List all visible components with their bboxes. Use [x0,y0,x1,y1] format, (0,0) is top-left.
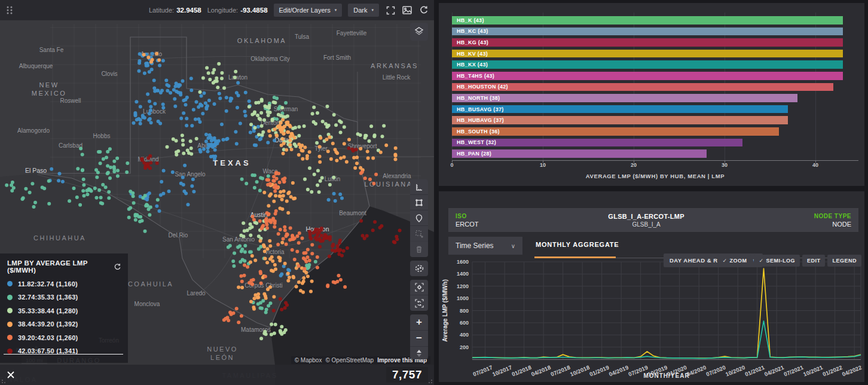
draw-polygon-button[interactable] [410,195,428,210]
map-dot [253,259,257,262]
map-dot [284,115,288,119]
map-dot [273,332,276,335]
map-dot [373,220,377,224]
map-dot [273,139,276,142]
time-series-chart[interactable]: 200400600800100012001400160007/201710/20… [439,191,864,382]
map-panel[interactable]: Santa FeAlbuquerqueNEW MEXICOOKLAHOMATul… [0,0,434,385]
hub-bar[interactable]: HB_KG (43) [452,38,843,47]
refresh-button[interactable] [418,5,429,16]
map-dot [252,129,256,133]
fullscreen-button[interactable] [385,5,396,16]
map-dot [292,197,295,200]
map-dot [319,136,322,140]
latitude-value: 32.9458 [176,7,201,14]
map-dot [284,328,288,332]
ts-x-tick-label: 10/2017 [491,364,513,378]
map-dot [47,202,51,206]
map-dot [334,123,338,127]
hub-bar[interactable]: HB_KV (43) [452,50,843,58]
map-dot [262,243,265,247]
legend-button[interactable]: LEGEND [827,255,861,267]
map-dot [263,250,267,253]
map-dot [134,218,137,222]
map-dot [171,170,175,174]
map-dot [353,166,357,170]
map-dot [11,181,14,184]
mapbox-attribution-link[interactable]: © Mapbox [295,357,322,363]
map-dot [185,117,188,120]
map-dot [138,220,142,224]
hub-bar[interactable]: HB_K (43) [452,16,843,25]
hub-bar[interactable]: HB_WEST (32) [452,139,742,147]
map-dot [280,198,284,201]
tilt-button[interactable] [410,347,428,359]
map-dot [182,190,186,193]
map-dot [268,134,272,138]
edit-button[interactable]: EDIT [802,255,826,267]
map-dot [148,191,151,195]
map-dot [184,103,188,106]
lasso-select-button[interactable] [410,261,428,276]
hub-bar[interactable]: HB_T4HS (43) [452,72,843,80]
hub-bar[interactable]: HB_KC (43) [452,28,843,36]
ts-x-tick-label: 04/2021 [763,363,786,377]
resize-handle[interactable] [426,377,433,384]
hub-bar[interactable]: HB_HOUSTON (42) [452,83,833,91]
legend-entry-label: 35.33:38.44 (1,280) [18,307,78,314]
place-marker-button[interactable] [410,210,428,226]
map-dot [253,126,257,130]
map-dot [328,255,331,258]
drag-handle-icon[interactable] [6,5,13,15]
map-dot [285,199,289,203]
hub-bar[interactable]: HB_HUBAVG (37) [452,116,788,124]
zoom-in-button[interactable]: + [410,314,428,331]
resize-handle[interactable] [1,377,8,384]
map-dot [265,247,269,250]
locate-settings-button[interactable] [410,280,428,295]
hub-bar[interactable]: HB_KX (43) [452,60,843,69]
ts-y-axis-title: Average LMP ($/MWh) [442,279,448,341]
hub-bar[interactable]: HB_SOUTH (36) [452,127,779,136]
hub-bar[interactable]: HB_NORTH (38) [452,94,797,102]
map-top-toolbar: Latitude: 32.9458 Longitude: -93.4858 Ed… [0,0,434,20]
zoom-toggle-button[interactable]: ✓ ZOOM [717,255,751,267]
map-dot [149,121,153,124]
layers-button[interactable] [410,23,428,41]
map-dot [258,117,261,120]
map-dot [317,190,321,194]
map-dot [318,145,322,148]
osm-attribution-link[interactable]: © OpenStreetMap [325,357,374,363]
ts-x-axis-title: MONTH/YEAR [643,372,689,379]
map-dot [229,97,233,100]
delete-feature-button[interactable] [410,242,428,257]
map-dot [261,133,264,137]
map-dot [346,246,349,250]
edit-order-layers-button[interactable]: Edit/Order Layers ▾ [274,4,343,17]
hub-tick-label: 20 [631,162,637,168]
map-dot [140,158,144,162]
map-dot [166,145,169,149]
map-dot [334,199,337,203]
map-dot [337,249,341,253]
theme-select-button[interactable]: Dark ▾ [348,4,379,17]
export-image-button[interactable] [402,5,412,16]
semilog-toggle-button[interactable]: ✓ SEMI-LOG [754,255,800,267]
zoom-out-button[interactable]: − [410,331,428,347]
map-dot [339,131,343,135]
map-dot [237,285,240,289]
sync-view-button[interactable] [410,295,428,311]
map-dot [359,219,363,223]
map-dot [259,337,263,340]
map-dot [310,252,314,255]
map-dot [155,52,158,56]
map-dot [272,200,276,203]
map-dot [369,124,373,128]
ruler-button[interactable] [410,179,428,195]
hub-bar[interactable]: HB_BUSAVG (37) [452,105,788,114]
map-dot [310,190,313,194]
map-dot [237,94,240,97]
map-dot [264,332,268,336]
move-feature-button[interactable] [410,226,428,242]
hub-bar[interactable]: HB_PAN (28) [452,149,707,158]
legend-refresh-icon[interactable] [114,263,121,271]
